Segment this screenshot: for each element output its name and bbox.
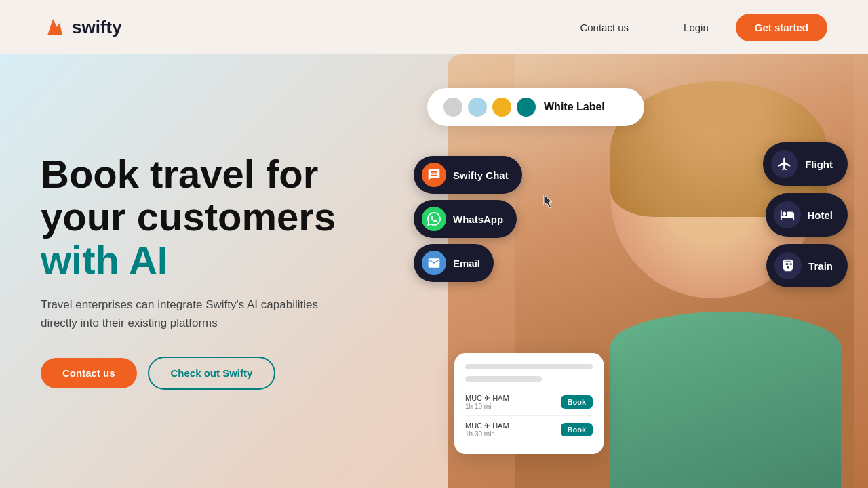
booking-line-2 xyxy=(465,376,542,382)
hero-title-line3: with AI xyxy=(41,238,168,282)
hero-right: White Label Swifty Chat xyxy=(366,54,868,488)
check-swifty-button[interactable]: Check out Swifty xyxy=(148,357,276,390)
whatsapp-label: WhatsApp xyxy=(453,214,503,225)
hero-left: Book travel for your customers with AI T… xyxy=(0,152,366,390)
booking-route-2: MUC ✈ HAM xyxy=(465,422,509,430)
logo: swifty xyxy=(41,15,122,39)
booking-row-1: MUC ✈ HAM 1h 10 min Book xyxy=(465,388,593,416)
white-label-text: White Label xyxy=(544,101,605,113)
hero-title-line2: your customers xyxy=(41,195,336,239)
svg-marker-0 xyxy=(47,19,62,35)
booking-route-1: MUC ✈ HAM xyxy=(465,394,509,403)
logo-text: swifty xyxy=(72,17,122,38)
ui-overlay: White Label Swifty Chat xyxy=(387,75,848,468)
cursor-icon xyxy=(542,193,556,209)
swifty-chat-label: Swifty Chat xyxy=(453,169,509,181)
nav-divider xyxy=(656,20,656,34)
flight-card[interactable]: Flight xyxy=(763,142,848,186)
dot-yellow xyxy=(492,98,511,117)
booking-widget: MUC ✈ HAM 1h 10 min Book MUC ✈ HAM 1h 30… xyxy=(454,353,604,454)
contact-link[interactable]: Contact us xyxy=(580,22,629,33)
hero-buttons: Contact us Check out Swifty xyxy=(41,357,366,390)
hotel-card[interactable]: Hotel xyxy=(766,193,848,237)
dot-gray xyxy=(443,98,462,117)
navbar: swifty Contact us Login Get started xyxy=(0,0,868,54)
whatsapp-icon xyxy=(422,207,446,231)
book-button-1[interactable]: Book xyxy=(561,395,593,409)
hotel-label: Hotel xyxy=(808,209,833,221)
booking-time-2: 1h 30 min xyxy=(465,430,509,438)
hero-title: Book travel for your customers with AI xyxy=(41,152,366,282)
whatsapp-pill[interactable]: WhatsApp xyxy=(414,200,517,238)
color-dots xyxy=(443,98,536,117)
get-started-button[interactable]: Get started xyxy=(736,14,827,41)
nav-links: Contact us Login Get started xyxy=(580,14,827,41)
dot-blue xyxy=(468,98,487,117)
email-label: Email xyxy=(453,258,480,269)
logo-icon xyxy=(41,15,65,39)
white-label-card: White Label xyxy=(427,88,644,126)
swifty-chat-pill[interactable]: Swifty Chat xyxy=(414,156,522,194)
flight-icon xyxy=(771,150,798,178)
book-button-2[interactable]: Book xyxy=(561,423,593,436)
email-pill[interactable]: Email xyxy=(414,244,494,282)
train-card[interactable]: Train xyxy=(766,244,848,287)
dot-teal xyxy=(517,98,536,117)
booking-row-2: MUC ✈ HAM 1h 30 min Book xyxy=(465,416,593,443)
hotel-icon xyxy=(774,201,801,228)
booking-line-1 xyxy=(465,364,593,369)
hero-section: Book travel for your customers with AI T… xyxy=(0,54,868,488)
hero-title-line1: Book travel for xyxy=(41,152,318,196)
email-icon xyxy=(422,251,446,275)
swifty-chat-icon xyxy=(422,163,446,187)
train-icon xyxy=(774,252,802,279)
login-link[interactable]: Login xyxy=(684,22,709,33)
booking-time-1: 1h 10 min xyxy=(465,403,509,410)
contact-button[interactable]: Contact us xyxy=(41,358,137,388)
flight-label: Flight xyxy=(805,159,833,170)
hero-description: Travel enterprises can integrate Swifty'… xyxy=(41,296,353,332)
train-label: Train xyxy=(808,260,833,272)
